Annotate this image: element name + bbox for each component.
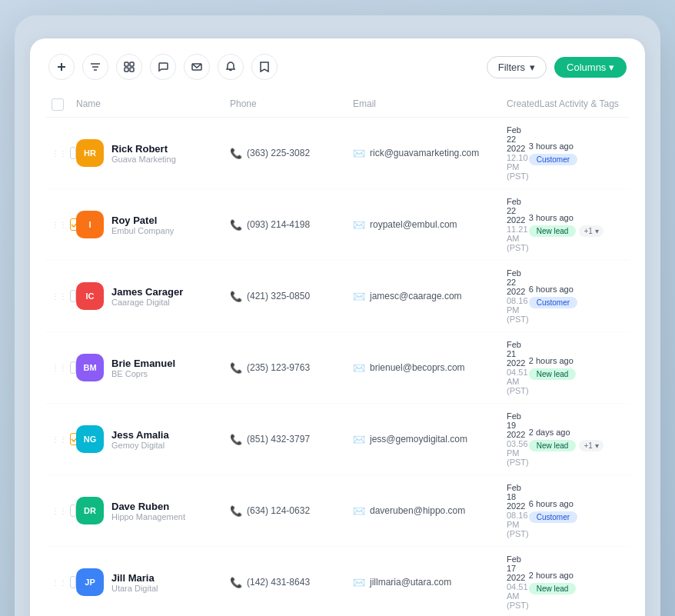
table-row[interactable]: ⋮⋮ DR Dave Ruben Hippo Management 📞 (634… — [45, 475, 630, 547]
activity-time: 3 hours ago — [529, 213, 652, 222]
svg-rect-7 — [125, 68, 128, 72]
phone-icon: 📞 — [230, 434, 242, 445]
activity-cell: 2 hours ago New lead — [529, 356, 652, 380]
tag-more[interactable]: +1 ▾ — [579, 225, 603, 237]
table-row[interactable]: ⋮⋮ JP Jill Maria Utara Digital 📞 (142) 4… — [45, 547, 630, 616]
tag-more[interactable]: +1 ▾ — [579, 440, 603, 451]
row-controls: ⋮⋮ — [52, 218, 76, 231]
date-main: Feb 22 2022 — [507, 268, 529, 296]
avatar: HR — [76, 139, 104, 167]
contact-company: Guava Marketing — [111, 155, 176, 164]
chat-icon-btn[interactable] — [150, 54, 176, 80]
email-icon: ✉️ — [353, 291, 365, 302]
grid-icon-btn[interactable] — [116, 54, 142, 80]
phone-number: (634) 124-0632 — [247, 505, 310, 516]
email-cell: ✉️ brienuel@becoprs.com — [353, 362, 507, 374]
email-cell: ✉️ roypatel@embul.com — [353, 219, 507, 231]
phone-number: (421) 325-0850 — [247, 291, 310, 301]
contact-cell: JP Jill Maria Utara Digital — [76, 568, 230, 596]
tag-customer: Customer — [529, 511, 577, 523]
drag-handle[interactable]: ⋮⋮ — [52, 578, 67, 587]
contact-company: Caarage Digital — [111, 298, 183, 307]
phone-cell: 📞 (142) 431-8643 — [230, 577, 353, 588]
toolbar: Filters ▾ Columns ▾ — [45, 54, 630, 80]
header-email: Email — [353, 98, 507, 111]
contact-cell: BM Brie Emanuel BE Coprs — [76, 354, 230, 381]
avatar: IC — [76, 282, 104, 310]
email-cell: ✉️ jamesc@caarage.com — [353, 291, 507, 302]
row-controls: ⋮⋮ — [52, 504, 76, 517]
table-row[interactable]: ⋮⋮ NG Jess Amalia Gemoy Digital 📞 (851) … — [45, 404, 630, 475]
drag-handle[interactable]: ⋮⋮ — [52, 292, 67, 301]
row-checkbox[interactable] — [70, 361, 76, 374]
contact-cell: I Roy Patel Embul Company — [76, 211, 230, 238]
phone-icon: 📞 — [230, 148, 242, 159]
email-address: roypatel@embul.com — [370, 219, 457, 230]
header-phone: Phone — [230, 98, 353, 111]
phone-number: (142) 431-8643 — [247, 577, 310, 588]
contact-info: Brie Emanuel BE Coprs — [111, 358, 175, 378]
contact-company: Utara Digital — [111, 584, 158, 593]
contact-name: Roy Patel — [111, 215, 174, 226]
header-checkbox-col — [52, 98, 76, 111]
drag-handle[interactable]: ⋮⋮ — [52, 435, 67, 444]
phone-number: (093) 214-4198 — [247, 219, 310, 230]
row-checkbox[interactable] — [70, 147, 76, 159]
tag-row: New lead+1 ▾ — [529, 225, 652, 237]
contact-name: Jess Amalia — [111, 429, 169, 441]
filters-label: Filters — [498, 62, 525, 73]
svg-rect-5 — [125, 62, 128, 66]
drag-handle[interactable]: ⋮⋮ — [52, 221, 67, 229]
activity-time: 2 hours ago — [529, 571, 652, 580]
add-button[interactable] — [48, 54, 75, 80]
drag-handle[interactable]: ⋮⋮ — [52, 364, 67, 372]
table-row[interactable]: ⋮⋮ IC James Carager Caarage Digital 📞 (4… — [45, 261, 630, 332]
date-cell: Feb 22 2022 08.16 PM (PST) — [507, 268, 529, 324]
email-address: jamesc@caarage.com — [370, 291, 462, 301]
email-address: daveruben@hippo.com — [370, 505, 465, 516]
columns-label: Columns ▾ — [567, 62, 614, 73]
phone-number: (363) 225-3082 — [247, 148, 310, 158]
date-time: 08.16 PM (PST) — [507, 511, 529, 538]
columns-button[interactable]: Columns ▾ — [554, 57, 627, 78]
avatar: I — [76, 211, 104, 238]
contact-company: Hippo Management — [111, 512, 185, 521]
drag-handle[interactable]: ⋮⋮ — [52, 507, 67, 515]
drag-handle[interactable]: ⋮⋮ — [52, 149, 67, 158]
email-icon: ✉️ — [353, 362, 365, 374]
contact-name: Dave Ruben — [111, 501, 185, 512]
filter-icon-btn[interactable] — [82, 54, 108, 80]
email-icon: ✉️ — [353, 148, 365, 159]
activity-cell: 6 hours ago Customer — [529, 285, 652, 308]
toolbar-right: Filters ▾ Columns ▾ — [487, 56, 627, 78]
row-checkbox[interactable] — [70, 576, 76, 588]
tag-row: New lead — [529, 368, 652, 380]
activity-time: 3 hours ago — [529, 142, 652, 151]
email-icon-btn[interactable] — [184, 54, 210, 80]
contact-name: Brie Emanuel — [111, 358, 175, 369]
contact-cell: IC James Carager Caarage Digital — [76, 282, 230, 310]
date-cell: Feb 22 2022 11.21 AM (PST) — [507, 197, 529, 252]
table-row[interactable]: ⋮⋮ I Roy Patel Embul Company 📞 (093) 214… — [45, 189, 630, 261]
contact-name: James Carager — [111, 286, 183, 298]
row-controls: ⋮⋮ — [52, 433, 76, 445]
email-address: jillmaria@utara.com — [370, 577, 451, 588]
row-checkbox[interactable] — [70, 504, 76, 517]
header-checkbox[interactable] — [52, 98, 64, 111]
tag-row: New lead+1 ▾ — [529, 440, 652, 451]
row-checkbox[interactable] — [70, 290, 76, 302]
table-row[interactable]: ⋮⋮ BM Brie Emanuel BE Coprs 📞 (235) 123-… — [45, 332, 630, 404]
contact-name: Rick Robert — [111, 143, 176, 155]
email-cell: ✉️ rick@guavamarketing.com — [353, 148, 507, 159]
table-body: ⋮⋮ HR Rick Robert Guava Marketing 📞 (363… — [45, 118, 630, 616]
phone-cell: 📞 (851) 432-3797 — [230, 434, 353, 445]
header-name: Name — [76, 98, 230, 111]
phone-cell: 📞 (363) 225-3082 — [230, 148, 353, 159]
bell-icon-btn[interactable] — [218, 54, 244, 80]
date-cell: Feb 17 2022 04.51 AM (PST) — [507, 554, 529, 610]
filters-button[interactable]: Filters ▾ — [487, 56, 547, 78]
contact-name: Jill Maria — [111, 572, 158, 584]
phone-icon: 📞 — [230, 362, 242, 374]
table-row[interactable]: ⋮⋮ HR Rick Robert Guava Marketing 📞 (363… — [45, 118, 630, 189]
bookmark-icon-btn[interactable] — [251, 54, 278, 80]
